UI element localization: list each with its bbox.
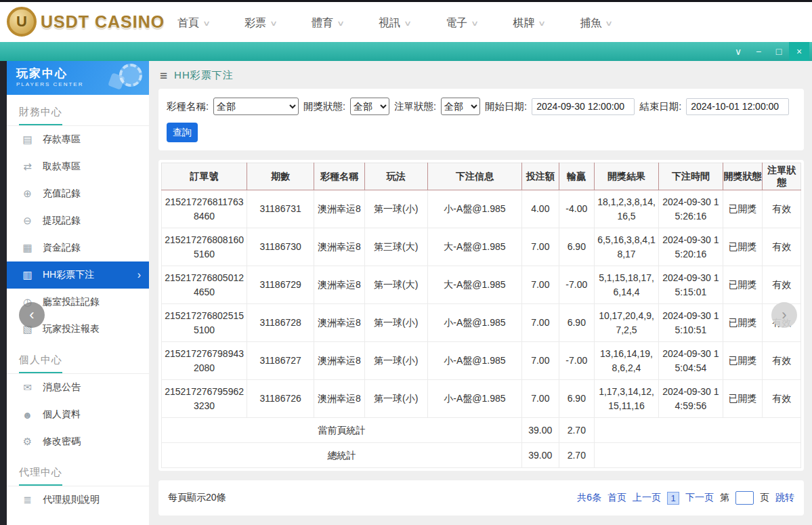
close-button[interactable]: × [789, 42, 809, 61]
table-row: 215217276811763846031186731澳洲幸运8第一球(小)小-… [162, 190, 801, 228]
chevron-down-icon: ∨ [538, 19, 546, 28]
cell-win-loss: 6.90 [559, 228, 595, 266]
logo-icon: U [7, 7, 37, 37]
menu-toggle-icon[interactable]: ≡ [160, 69, 167, 82]
column-header: 下注時間 [658, 163, 723, 190]
cell-bet-amount: 7.00 [522, 228, 559, 266]
search-button[interactable]: 查詢 [167, 123, 198, 142]
nav-item-sports[interactable]: 體育∨ [312, 16, 343, 30]
jump-button[interactable]: 跳转 [775, 492, 794, 504]
sidebar-item-funds-record[interactable]: ▦資金記錄 [7, 234, 149, 261]
start-date-input[interactable] [532, 98, 635, 115]
nav-item-label: 捕魚 [580, 16, 601, 30]
cell-bet-amount: 7.00 [522, 304, 559, 342]
cell-bet-amount: 7.00 [522, 266, 559, 304]
jump-prefix-label: 第 [720, 492, 729, 504]
total-count-text: 共6条 [577, 492, 601, 504]
end-date-input[interactable] [686, 98, 789, 115]
column-header: 注單狀態 [763, 163, 801, 190]
sidebar-item-recharge-record[interactable]: ⊕充值記錄 [7, 180, 149, 207]
nav-item-label: 彩票 [244, 16, 266, 30]
summary-row: 總統計39.002.70 [162, 443, 801, 468]
column-header: 期數 [247, 163, 314, 190]
nav-item-fishing[interactable]: 捕魚∨ [580, 16, 612, 30]
nav-item-live[interactable]: 視訊∨ [379, 16, 410, 30]
column-header: 玩法 [364, 163, 427, 190]
bets-table: 訂單號期數彩種名稱玩法下注信息投注額輸贏開獎結果下注時間開獎狀態注單狀態 215… [161, 163, 801, 468]
cell-lottery: 澳洲幸运8 [314, 380, 365, 418]
sidebar-item-deposit[interactable]: ▤存款專區 [7, 126, 149, 153]
window-controls: ∨−□× [728, 42, 809, 61]
first-page-link[interactable]: 首页 [607, 492, 626, 504]
bell-icon: ✉ [22, 381, 33, 394]
order-status-select[interactable]: 全部 [441, 98, 480, 115]
cell-bet-info: 大-A盤@1.985 [427, 228, 521, 266]
start-date-label: 開始日期: [485, 100, 527, 113]
collapse-sidebar-button[interactable]: ‹ [19, 302, 45, 328]
sidebar-item-hh-lottery-bets[interactable]: ▥HH彩票下注› [7, 261, 149, 289]
chevron-right-icon: › [137, 269, 141, 281]
summary-win-loss: 2.70 [559, 418, 595, 443]
collapse-button[interactable]: ∨ [728, 42, 748, 61]
cell-draw-result: 6,5,16,3,8,4,18,17 [595, 228, 659, 266]
nav-item-slots[interactable]: 電子∨ [446, 16, 477, 30]
cell-order-no: 2152172767959623230 [162, 380, 247, 418]
cell-draw-status: 已開獎 [723, 266, 763, 304]
cell-draw-result: 13,16,14,19,8,6,2,4 [595, 342, 659, 380]
current-page-button[interactable]: 1 [667, 492, 679, 505]
summary-win-loss: 2.70 [559, 443, 595, 468]
chevron-down-icon: ∨ [202, 19, 211, 28]
cell-order-status: 有效 [763, 190, 801, 228]
document-icon: ≣ [22, 494, 33, 506]
cell-issue: 31186727 [247, 342, 314, 380]
page-jump-input[interactable] [735, 491, 754, 505]
cell-issue: 31186730 [247, 228, 314, 266]
lottery-name-select[interactable]: 全部 [213, 98, 299, 115]
bets-table-card: 訂單號期數彩種名稱玩法下注信息投注額輸贏開獎結果下注時間開獎狀態注單狀態 215… [158, 160, 804, 471]
column-header: 開獎結果 [595, 163, 659, 190]
nav-item-label: 視訊 [379, 16, 400, 30]
sidebar: 玩家中心 PLAYERS CENTER 財務中心▤存款專區⇄取款專區⊕充值記錄⊖… [7, 61, 149, 525]
table-row: 215217276798943208031186727澳洲幸运8第一球(小)小-… [162, 342, 801, 380]
chevron-down-icon: ∨ [337, 19, 345, 28]
window-title-bar: ∨−□× [0, 42, 812, 61]
nav-item-label: 首頁 [177, 16, 199, 30]
prev-page-link[interactable]: 上一页 [633, 492, 661, 504]
cell-win-loss: -7.00 [559, 342, 595, 380]
table-row: 215217276808160516031186730澳洲幸运8第三球(大)大-… [162, 228, 801, 266]
sidebar-item-withdraw[interactable]: ⇄取款專區 [7, 153, 149, 180]
cell-play: 第一球(小) [364, 342, 427, 380]
nav-item-lottery[interactable]: 彩票∨ [244, 16, 276, 30]
minimize-button[interactable]: − [748, 42, 769, 61]
sidebar-item-messages[interactable]: ✉消息公告 [7, 374, 149, 401]
cell-order-no: 2152172768081605160 [162, 228, 247, 266]
site-logo[interactable]: U USDT CASINO [7, 7, 165, 37]
sidebar-item-change-password[interactable]: ⚙修改密碼 [7, 428, 149, 455]
cell-order-status: 有效 [763, 266, 801, 304]
cell-win-loss: 6.90 [559, 380, 595, 418]
cell-issue: 31186729 [247, 266, 314, 304]
section-title-text: 財務中心 [19, 106, 62, 125]
cell-play: 第三球(大) [364, 228, 427, 266]
cell-bet-time: 2024-09-30 15:04:54 [658, 342, 723, 380]
sidebar-item-agent-rules[interactable]: ≣代理規則說明 [7, 486, 149, 513]
nav-item-chess[interactable]: 棋牌∨ [513, 16, 544, 30]
summary-bet-amount: 39.00 [522, 443, 559, 468]
sidebar-item-profile[interactable]: ☻個人資料 [7, 401, 149, 428]
cell-win-loss: -7.00 [559, 266, 595, 304]
cell-play: 第一球(大) [364, 266, 427, 304]
nav-item-label: 體育 [312, 16, 333, 30]
cell-lottery: 澳洲幸运8 [314, 342, 365, 380]
next-page-link[interactable]: 下一页 [685, 492, 714, 504]
next-arrow-button[interactable]: › [771, 302, 797, 328]
column-header: 下注信息 [427, 163, 521, 190]
column-header: 訂單號 [162, 163, 247, 190]
cell-win-loss: -4.00 [559, 190, 595, 228]
draw-status-select[interactable]: 全部 [350, 98, 389, 115]
sidebar-item-cashout-record[interactable]: ⊖提現記錄 [7, 207, 149, 234]
maximize-button[interactable]: □ [769, 42, 789, 61]
cell-lottery: 澳洲幸运8 [314, 304, 365, 342]
cell-play: 第一球(小) [364, 380, 427, 418]
nav-item-home[interactable]: 首頁∨ [177, 16, 209, 30]
cell-bet-amount: 4.00 [522, 190, 559, 228]
